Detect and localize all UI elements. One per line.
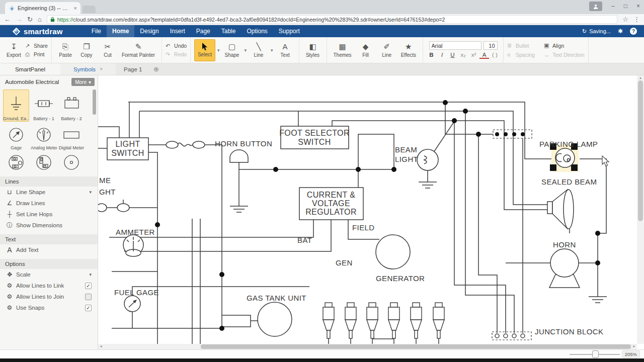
home-icon[interactable]: ⌂ — [38, 16, 42, 23]
horn-button-symbol[interactable] — [230, 150, 248, 162]
export-button[interactable]: ↧Export — [4, 39, 24, 61]
fill-button[interactable]: ◆Fill — [356, 39, 376, 61]
vertical-scrollbar-thumb[interactable] — [638, 80, 643, 221]
shape-caret[interactable]: ▾ — [243, 48, 248, 53]
use-snaps-item[interactable]: ⚙Use Snaps✓ — [0, 302, 98, 313]
help-icon[interactable]: ? — [630, 28, 637, 35]
symbol-battery-2[interactable]: Battery - 2 — [58, 89, 85, 122]
allow-lines-join-checkbox[interactable] — [85, 294, 92, 300]
window-restore-button[interactable]: □ — [624, 2, 627, 11]
horizontal-scrollbar-thumb[interactable] — [201, 344, 631, 349]
ammeter-symbol[interactable] — [123, 235, 143, 256]
menu-insert[interactable]: Insert — [165, 25, 191, 37]
back-icon[interactable]: ← — [4, 16, 11, 23]
text-tool-button[interactable]: AText — [275, 39, 295, 61]
sealed-beam-symbol[interactable] — [547, 190, 574, 229]
show-dimensions-item[interactable]: ⓘShow Dimensions — [0, 220, 98, 231]
add-text-item[interactable]: AAdd Text — [0, 244, 98, 255]
reload-icon[interactable]: ↻ — [27, 16, 33, 23]
panel-scrollbar-thumb[interactable] — [93, 89, 96, 115]
italic-button[interactable]: I — [437, 52, 447, 59]
beam-light-symbol[interactable] — [417, 149, 438, 170]
symbol-distributor-1[interactable] — [3, 152, 29, 172]
symbol-button[interactable]: ( ) — [490, 52, 500, 59]
format-painter-button[interactable]: ✎Format Painter — [119, 39, 158, 61]
menu-support[interactable]: Support — [273, 25, 305, 37]
window-minimize-button[interactable]: – — [611, 2, 615, 11]
text-direction-button[interactable]: ↔Text Direction — [544, 52, 585, 58]
notifications-icon[interactable]: ✱ — [618, 28, 623, 35]
tab-symbols[interactable]: Symbols× — [60, 63, 116, 75]
superscript-button[interactable]: x² — [469, 52, 478, 59]
bullet-button[interactable]: ≣Bullet — [507, 42, 535, 49]
font-color-button[interactable]: A — [479, 52, 489, 59]
line-tool-button[interactable]: ╲Line — [249, 39, 269, 61]
new-tab-button[interactable] — [83, 6, 96, 13]
drawing-canvas[interactable]: LIGHT SWITCH FOOT SELECTOR SWITCH CURREN… — [98, 75, 644, 349]
fuel-gage-symbol[interactable] — [124, 296, 140, 312]
redo-button[interactable]: ↷Redo — [166, 51, 187, 58]
scale-item[interactable]: ✥Scale▾ — [0, 269, 98, 280]
cut-button[interactable]: ✂Cut — [98, 39, 118, 61]
underline-button[interactable]: U — [448, 52, 457, 59]
scroll-left-icon[interactable]: ◄ — [99, 344, 103, 348]
scroll-up-icon[interactable]: ▲ — [639, 75, 642, 80]
browser-tab[interactable]: Engineering (3) -- Smart × — [5, 2, 80, 14]
line-format-button[interactable]: ✐Line — [377, 39, 397, 61]
forward-icon[interactable]: → — [16, 16, 22, 23]
line-shape-caret[interactable]: ▾ — [89, 190, 92, 195]
select-tool-button[interactable]: Select — [194, 39, 215, 61]
window-close-button[interactable]: × — [636, 2, 640, 11]
zoom-level[interactable]: 205% — [622, 350, 640, 358]
align-button[interactable]: ▣Align — [544, 42, 585, 49]
symbol-distributor-3[interactable] — [58, 152, 85, 172]
symbol-analog-meter[interactable]: Analog Meter — [31, 123, 57, 151]
menu-table[interactable]: Table — [216, 25, 242, 37]
line-caret[interactable]: ▾ — [270, 48, 274, 53]
symbols-tab-close-icon[interactable]: × — [100, 66, 103, 72]
themes-button[interactable]: ▦Themes — [331, 39, 355, 61]
line-shape-item[interactable]: ⊔Line Shape▾ — [0, 187, 98, 198]
copy-button[interactable]: ❐Copy — [76, 39, 97, 61]
paste-button[interactable]: ⎘Paste — [55, 39, 75, 61]
allow-lines-join-item[interactable]: ⚙Allow Lines to Join — [0, 291, 98, 302]
scroll-right-icon[interactable]: ► — [632, 344, 636, 348]
font-size-input[interactable] — [484, 41, 498, 50]
menu-home[interactable]: Home — [107, 25, 134, 37]
fuse-link-symbols[interactable] — [166, 141, 205, 148]
scale-caret[interactable]: ▾ — [89, 272, 92, 277]
print-button[interactable]: ⎙Print — [25, 51, 48, 58]
zoom-slider-thumb[interactable] — [592, 350, 599, 358]
selection-handle[interactable] — [571, 164, 578, 171]
more-symbols-button[interactable]: More▾ — [71, 78, 95, 86]
allow-lines-link-item[interactable]: ⚙Allow Lines to Link✓ — [0, 280, 98, 291]
browser-profile-avatar[interactable] — [589, 2, 602, 11]
font-name-input[interactable] — [429, 41, 481, 50]
spacing-button[interactable]: ≡Spacing — [507, 52, 535, 58]
junction-block-symbol[interactable] — [492, 332, 531, 340]
share-button[interactable]: ↗Share — [25, 43, 48, 49]
canvas-vertical-scrollbar[interactable]: ▲ — [637, 75, 644, 344]
menu-options[interactable]: Options — [241, 25, 273, 37]
styles-button[interactable]: ◧Styles — [303, 39, 323, 61]
menu-page[interactable]: Page — [191, 25, 216, 37]
effects-button[interactable]: ★Effects — [398, 39, 419, 61]
selection-handle[interactable] — [550, 164, 556, 171]
browser-menu-icon[interactable]: ⋮ — [633, 16, 640, 23]
draw-lines-item[interactable]: ∠Draw Lines — [0, 198, 98, 209]
generator-symbol[interactable] — [376, 235, 410, 269]
undo-button[interactable]: ↶Undo — [166, 43, 187, 49]
tab-smartpanel[interactable]: SmartPanel — [0, 63, 60, 75]
horn-symbol[interactable] — [549, 249, 580, 288]
bold-button[interactable]: B — [427, 52, 436, 59]
allow-lines-link-checkbox[interactable]: ✓ — [85, 283, 92, 289]
menu-design[interactable]: Design — [134, 25, 164, 37]
menu-file[interactable]: File — [86, 25, 107, 37]
url-bar[interactable]: https://cloud.smartdraw.com/editor.aspx?… — [47, 15, 618, 24]
tab-close-icon[interactable]: × — [74, 5, 77, 11]
symbol-battery-1[interactable]: Battery - 1 — [31, 89, 57, 122]
use-snaps-checkbox[interactable]: ✓ — [85, 305, 92, 311]
symbol-distributor-2[interactable] — [31, 152, 57, 172]
gas-tank-symbol[interactable] — [258, 302, 292, 336]
symbol-ground[interactable]: Ground, Ea... — [3, 89, 29, 122]
